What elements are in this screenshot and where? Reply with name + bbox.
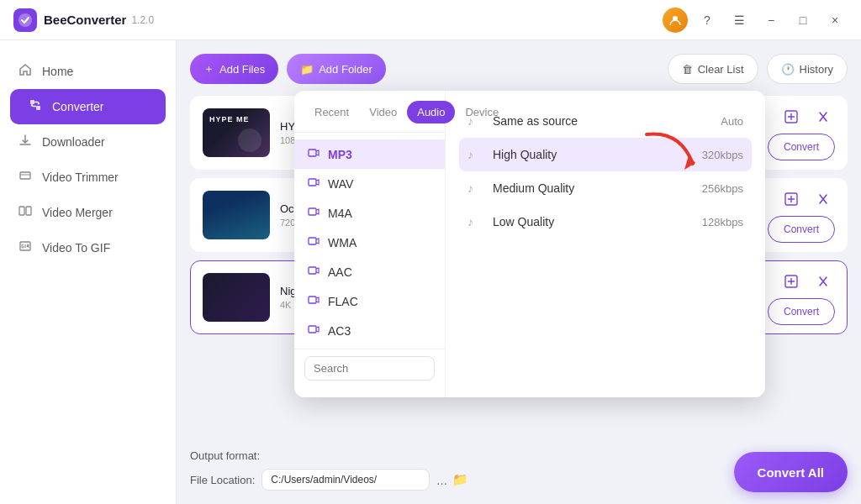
file-actions-2: Convert (768, 187, 835, 243)
tab-video[interactable]: Video (359, 101, 407, 123)
file-location-label: File Location: (190, 474, 255, 486)
sidebar-item-home[interactable]: Home (0, 54, 176, 89)
note-icon-low: ♪ (467, 215, 483, 228)
svg-rect-15 (309, 267, 316, 274)
history-button[interactable]: 🕐 History (767, 54, 848, 84)
file-icons-2 (779, 187, 835, 211)
m4a-icon (308, 206, 320, 220)
file-thumb-1: HYPE ME (203, 108, 270, 157)
add-folder-icon: 📁 (300, 63, 314, 76)
format-m4a[interactable]: M4A (294, 198, 445, 228)
format-tabs: Recent Video Audio Device (294, 101, 445, 133)
sidebar-item-downloader[interactable]: Downloader (0, 124, 176, 160)
note-icon-medium: ♪ (467, 181, 483, 195)
quality-low-label: Low Quality (493, 215, 692, 228)
edit-icon-3[interactable] (779, 270, 803, 293)
minimize-button[interactable]: − (758, 8, 784, 33)
svg-rect-14 (309, 238, 316, 244)
convert-button-3[interactable]: Convert (768, 298, 835, 325)
search-box (294, 349, 445, 387)
history-icon: 🕐 (781, 63, 795, 76)
sidebar-trimmer-label: Video Trimmer (42, 171, 119, 184)
main-layout: Home Converter Downloader Video Trimmer … (0, 40, 861, 504)
format-mp3[interactable]: MP3 (294, 139, 445, 169)
ac3-icon (308, 323, 320, 338)
home-icon (17, 63, 34, 80)
cut-icon-1[interactable] (811, 105, 835, 129)
svg-rect-11 (309, 150, 316, 156)
add-files-icon: ＋ (203, 61, 214, 76)
m4a-label: M4A (328, 207, 352, 220)
quality-same-source[interactable]: ♪ Same as source Auto (459, 104, 752, 138)
edit-icon-1[interactable] (779, 105, 803, 129)
format-flac[interactable]: FLAC (294, 286, 445, 316)
svg-rect-4 (20, 172, 30, 179)
cut-icon-3[interactable] (811, 270, 835, 293)
gif-icon (17, 239, 34, 256)
svg-rect-12 (309, 179, 316, 186)
sidebar-item-video-to-gif[interactable]: Video To GIF (0, 230, 176, 265)
quality-high[interactable]: ♪ High Quality 320kbps (459, 138, 752, 171)
svg-rect-16 (309, 297, 316, 303)
format-ac3[interactable]: AC3 (294, 316, 445, 345)
note-icon-high: ♪ (467, 148, 483, 161)
sidebar-item-video-merger[interactable]: Video Merger (0, 195, 176, 230)
app-name: BeeConverter (44, 13, 126, 27)
wav-label: WAV (328, 177, 353, 191)
downloader-icon (17, 134, 34, 150)
format-wma[interactable]: WMA (294, 228, 445, 257)
convert-button-2[interactable]: Convert (768, 216, 835, 243)
add-files-label: Add Files (219, 63, 265, 76)
mp3-label: MP3 (328, 148, 352, 161)
cut-icon-2[interactable] (811, 187, 835, 211)
file-actions-3: Convert (768, 270, 835, 325)
convert-all-button[interactable]: Convert All (734, 452, 848, 492)
format-wav[interactable]: WAV (294, 169, 445, 198)
tab-recent[interactable]: Recent (304, 101, 359, 123)
format-aac[interactable]: AAC (294, 257, 445, 286)
convert-button-1[interactable]: Convert (768, 134, 835, 160)
file-actions-1: Convert (768, 105, 835, 160)
maximize-button[interactable]: □ (790, 8, 816, 33)
sidebar-downloader-label: Downloader (42, 135, 105, 149)
quality-low[interactable]: ♪ Low Quality 128kbps (459, 205, 752, 239)
menu-button[interactable]: ☰ (726, 8, 752, 33)
format-search-input[interactable] (304, 356, 435, 381)
add-folder-button[interactable]: 📁 Add Folder (287, 54, 386, 84)
merger-icon (17, 204, 34, 221)
svg-rect-13 (309, 208, 316, 215)
sidebar-converter-label: Converter (52, 100, 103, 113)
sidebar: Home Converter Downloader Video Trimmer … (0, 40, 177, 504)
thumb-text-1: HYPE ME (209, 115, 250, 123)
quality-medium[interactable]: ♪ Medium Quality 256kbps (459, 171, 752, 205)
add-files-button[interactable]: ＋ Add Files (190, 54, 278, 84)
close-button[interactable]: × (822, 8, 848, 33)
avatar-button[interactable] (663, 8, 688, 33)
flac-icon (308, 294, 320, 308)
edit-icon-2[interactable] (779, 187, 803, 211)
wma-label: WMA (328, 236, 357, 249)
clear-list-label: Clear List (698, 63, 744, 76)
sidebar-item-video-trimmer[interactable]: Video Trimmer (0, 160, 176, 195)
ac3-label: AC3 (328, 324, 351, 338)
flac-label: FLAC (328, 295, 358, 308)
quality-same-kbps: Auto (721, 115, 743, 128)
app-version: 1.2.0 (131, 14, 154, 26)
file-icons-3 (779, 270, 835, 293)
aac-icon (308, 265, 320, 279)
converter-icon (27, 98, 44, 115)
titlebar: BeeConverter 1.2.0 ? ☰ − □ × (0, 0, 861, 40)
file-thumb-3 (203, 273, 270, 322)
location-folder-button[interactable]: 📁 (452, 472, 468, 487)
quality-panel: ♪ Same as source Auto ♪ High Quality 320… (446, 91, 765, 397)
trimmer-icon (17, 169, 34, 186)
location-dots-button[interactable]: ... (436, 473, 447, 487)
help-button[interactable]: ? (695, 8, 720, 33)
svg-point-0 (18, 13, 32, 27)
output-format-label: Output format: (190, 449, 260, 462)
mp3-icon (308, 147, 320, 161)
file-thumb-2 (203, 191, 270, 239)
clear-icon: 🗑 (682, 63, 693, 76)
clear-list-button[interactable]: 🗑 Clear List (668, 54, 758, 84)
sidebar-item-converter[interactable]: Converter (10, 89, 166, 124)
